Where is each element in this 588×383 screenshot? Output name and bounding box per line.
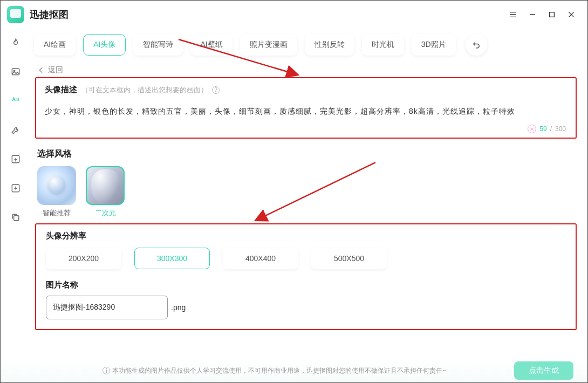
resolution-400[interactable]: 400X400 — [223, 248, 298, 269]
sidebar-item-edit[interactable] — [8, 152, 23, 167]
style-smart[interactable]: 智能推荐 — [37, 166, 76, 218]
resolution-200[interactable]: 200X200 — [46, 248, 121, 269]
tab-ai-draw[interactable]: AI绘画 — [34, 34, 76, 56]
help-icon[interactable]: ? — [212, 86, 220, 94]
titlebar: 迅捷抠图 — [1, 1, 587, 29]
tab-poem[interactable]: 智能写诗 — [133, 34, 183, 56]
resolution-300[interactable]: 300X300 — [134, 248, 210, 269]
tab-wallpaper[interactable]: AI壁纸 — [190, 34, 232, 56]
undo-button[interactable] — [466, 34, 487, 56]
svg-rect-1 — [12, 69, 19, 75]
char-max: 300 — [555, 125, 566, 133]
sidebar-item-copy[interactable] — [8, 210, 23, 225]
back-button[interactable]: 返回 — [37, 65, 578, 75]
tab-time-machine[interactable]: 时光机 — [362, 34, 404, 56]
description-textarea[interactable]: 少女，神明，银色的长发，精致的五官，美丽，头像，细节刻画，质感细腻，完美光影，超… — [45, 105, 567, 118]
style-anime-thumb — [86, 166, 125, 205]
sidebar-item-ai[interactable] — [8, 93, 23, 108]
menu-button[interactable] — [503, 5, 523, 24]
app-logo-icon — [7, 6, 24, 23]
sidebar — [1, 29, 31, 359]
style-anime-label: 二次元 — [86, 208, 125, 218]
char-sep: / — [550, 125, 552, 133]
tab-gender-swap[interactable]: 性别反转 — [305, 34, 354, 56]
description-title: 头像描述 — [45, 85, 77, 95]
style-smart-label: 智能推荐 — [37, 208, 76, 218]
sidebar-item-tools[interactable] — [8, 122, 23, 138]
style-anime[interactable]: 二次元 — [86, 166, 125, 218]
tab-photo-comic[interactable]: 照片变漫画 — [240, 34, 297, 56]
description-section: 头像描述 （可在文本框内，描述出您想要的画面） ? 少女，神明，银色的长发，精致… — [35, 77, 577, 139]
sidebar-item-hot[interactable] — [8, 35, 23, 50]
filename-title: 图片名称 — [46, 280, 566, 290]
style-title: 选择风格 — [37, 148, 578, 160]
resolution-section: 头像分辨率 200X200 300X300 400X400 500X500 图片… — [35, 223, 577, 330]
sidebar-item-image[interactable] — [8, 64, 23, 79]
style-list: 智能推荐 二次元 — [37, 166, 578, 218]
tab-ai-avatar[interactable]: AI头像 — [83, 34, 126, 56]
close-button[interactable] — [562, 5, 581, 24]
sidebar-item-download[interactable] — [8, 181, 23, 196]
app-title: 迅捷抠图 — [30, 8, 69, 21]
tab-bar: AI绘画 AI头像 智能写诗 AI壁纸 照片变漫画 性别反转 时光机 3D照片 — [34, 34, 578, 56]
disclaimer: i 本功能生成的图片作品仅供个人学习交流使用，不可用作商业用途，迅捷抠图对您的使… — [35, 366, 514, 375]
content-area: AI绘画 AI头像 智能写诗 AI壁纸 照片变漫画 性别反转 时光机 3D照片 … — [31, 29, 587, 359]
char-count: 59 — [539, 125, 546, 133]
minimize-button[interactable] — [523, 5, 542, 24]
resolution-title: 头像分辨率 — [46, 231, 566, 241]
clear-description-button[interactable]: ✕ — [528, 125, 536, 133]
info-icon: i — [102, 367, 110, 374]
back-label: 返回 — [48, 65, 63, 75]
resolution-options: 200X200 300X300 400X400 500X500 — [46, 248, 566, 269]
filename-ext: .png — [171, 303, 186, 312]
generate-button[interactable]: 点击生成 — [514, 361, 573, 380]
svg-rect-5 — [14, 216, 19, 221]
resolution-500[interactable]: 500X500 — [311, 248, 387, 269]
footer: i 本功能生成的图片作品仅供个人学习交流使用，不可用作商业用途，迅捷抠图对您的使… — [1, 359, 587, 382]
tab-3d-photo[interactable]: 3D照片 — [412, 34, 456, 56]
chevron-left-icon — [37, 66, 45, 74]
description-hint: （可在文本框内，描述出您想要的画面） — [81, 85, 208, 95]
disclaimer-text: 本功能生成的图片作品仅供个人学习交流使用，不可用作商业用途，迅捷抠图对您的使用不… — [112, 366, 446, 375]
style-smart-thumb — [37, 166, 76, 205]
filename-input[interactable] — [46, 296, 168, 319]
svg-rect-0 — [550, 12, 555, 17]
maximize-button[interactable] — [542, 5, 562, 24]
